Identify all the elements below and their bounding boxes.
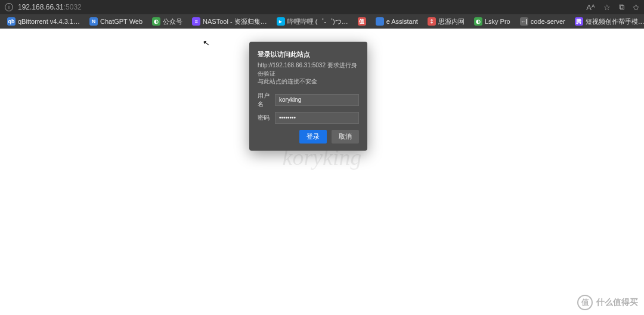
- bookmark-icon: ▸: [277, 17, 285, 26]
- bookmark-item[interactable]: ◐公众号: [148, 16, 186, 27]
- star-icon[interactable]: ☆: [603, 3, 611, 12]
- dialog-message-line1: http://192.168.66.31:5032 要求进行身份验证: [258, 61, 359, 77]
- bookmark-icon: ◐: [152, 17, 160, 26]
- smzdm-text: 什么值得买: [596, 297, 638, 308]
- smzdm-watermark: 值 什么值得买: [577, 295, 638, 310]
- bookmark-icon: ≡: [192, 17, 200, 26]
- username-input[interactable]: [275, 94, 359, 106]
- cancel-button[interactable]: 取消: [332, 130, 359, 144]
- bookmark-item[interactable]: ←|code-server: [516, 16, 569, 27]
- bookmark-item[interactable]: ≡NASTool - 资源归集…: [188, 16, 271, 27]
- url-host: 192.168.66.31: [18, 3, 64, 11]
- favorite-icon[interactable]: ✩: [633, 3, 639, 12]
- bookmark-icon: ‡: [428, 17, 436, 26]
- bookmark-icon: N: [89, 17, 98, 26]
- bookmark-label: 公众号: [163, 17, 182, 26]
- dialog-title: 登录以访问此站点: [258, 50, 359, 59]
- bookmark-icon: [376, 17, 384, 26]
- collections-icon[interactable]: ⧉: [619, 2, 624, 12]
- username-label: 用户名: [258, 92, 270, 108]
- bookmark-icon: 腾: [575, 17, 583, 26]
- bookmark-label: e Assistant: [386, 18, 418, 25]
- bookmark-label: qBittorrent v4.4.3.1…: [18, 18, 80, 25]
- password-input[interactable]: [275, 112, 359, 124]
- dialog-message-line2: 与此站点的连接不安全: [258, 77, 359, 86]
- info-icon[interactable]: i: [5, 3, 13, 11]
- bookmark-icon: ◐: [474, 17, 482, 26]
- password-label: 密码: [258, 114, 270, 122]
- auth-dialog: 登录以访问此站点 http://192.168.66.31:5032 要求进行身…: [249, 42, 367, 151]
- bookmark-item[interactable]: 腾短视频创作帮手模…: [571, 16, 644, 27]
- bookmark-label: Lsky Pro: [485, 18, 510, 25]
- smzdm-logo-icon: 值: [577, 295, 593, 310]
- address-actions: Aᴬ ☆ ⧉ ✩: [586, 2, 639, 12]
- reader-mode-icon[interactable]: Aᴬ: [586, 3, 595, 12]
- bookmark-item[interactable]: ▸哔哩哔哩 (゜-゜)つ…: [273, 16, 352, 27]
- bookmark-label: NASTool - 资源归集…: [203, 17, 267, 26]
- bookmark-item[interactable]: qbqBittorrent v4.4.3.1…: [4, 16, 83, 27]
- dialog-actions: 登录 取消: [258, 130, 359, 144]
- bookmark-item[interactable]: 值: [354, 16, 370, 27]
- page-content: ↖ koryking 登录以访问此站点 http://192.168.66.31…: [0, 29, 644, 315]
- bookmark-icon: 值: [358, 17, 366, 26]
- bookmark-icon: qb: [7, 17, 16, 26]
- bookmark-item[interactable]: ◐Lsky Pro: [470, 16, 514, 27]
- bookmark-label: 哔哩哔哩 (゜-゜)つ…: [287, 17, 348, 26]
- bookmark-label: 短视频创作帮手模…: [586, 17, 644, 26]
- bookmark-label: ChatGPT Web: [100, 18, 143, 25]
- url-input[interactable]: 192.168.66.31:5032: [18, 3, 581, 11]
- bookmark-icon: ←|: [520, 17, 528, 26]
- bookmark-item[interactable]: e Assistant: [372, 16, 422, 27]
- bookmark-label: code-server: [531, 18, 565, 25]
- address-bar: i 192.168.66.31:5032 Aᴬ ☆ ⧉ ✩: [0, 0, 644, 14]
- bookmark-item[interactable]: ‡思源内网: [424, 16, 468, 27]
- bookmark-item[interactable]: NChatGPT Web: [86, 16, 146, 27]
- url-port: :5032: [64, 3, 82, 11]
- password-row: 密码: [258, 112, 359, 124]
- cursor-icon: ↖: [202, 38, 211, 48]
- bookmarks-bar: qbqBittorrent v4.4.3.1…NChatGPT Web◐公众号≡…: [0, 14, 644, 29]
- bookmark-label: 思源内网: [438, 17, 465, 26]
- username-row: 用户名: [258, 92, 359, 108]
- login-button[interactable]: 登录: [299, 130, 327, 144]
- dialog-message: http://192.168.66.31:5032 要求进行身份验证 与此站点的…: [258, 61, 359, 86]
